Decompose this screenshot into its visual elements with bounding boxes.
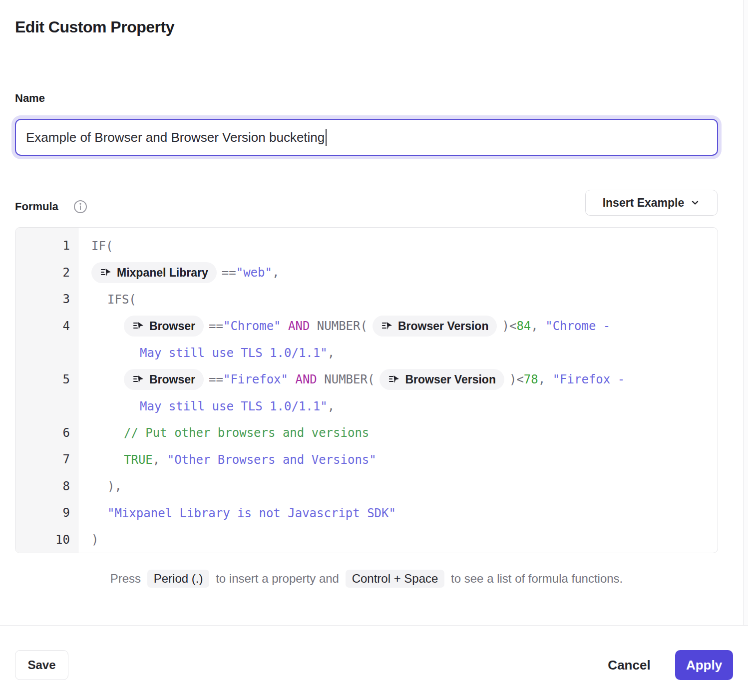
code-line: TRUE, "Other Browsers and Versions" bbox=[78, 446, 718, 473]
line-number bbox=[15, 393, 78, 420]
page-title: Edit Custom Property bbox=[15, 18, 174, 36]
line-number-gutter: 1 2 3 4 5 6 7 8 9 10 bbox=[15, 228, 78, 553]
property-chip[interactable]: Browser bbox=[124, 316, 204, 337]
property-chip-label: Browser Version bbox=[405, 373, 496, 386]
code-area[interactable]: IF( Mixpanel Library =="web", IFS( bbox=[78, 228, 718, 553]
event-property-icon bbox=[100, 267, 112, 279]
line-number: 9 bbox=[15, 500, 78, 527]
apply-button[interactable]: Apply bbox=[675, 650, 733, 680]
event-property-icon bbox=[381, 320, 393, 332]
kbd-period-chip: Period (.) bbox=[147, 570, 210, 588]
insert-example-button[interactable]: Insert Example bbox=[585, 190, 718, 216]
save-button[interactable]: Save bbox=[15, 650, 68, 680]
scrollbar-track[interactable] bbox=[743, 0, 748, 625]
hint-text: to insert a property and bbox=[216, 572, 339, 585]
property-chip-label: Browser Version bbox=[398, 320, 489, 333]
property-chip[interactable]: Browser bbox=[124, 369, 204, 390]
line-number: 7 bbox=[15, 446, 78, 473]
code-line: // Put other browsers and versions bbox=[78, 420, 718, 447]
line-number: 2 bbox=[15, 260, 78, 287]
code-line: ) bbox=[78, 527, 718, 554]
line-number: 4 bbox=[15, 313, 78, 340]
text-caret bbox=[326, 129, 327, 146]
code-line: Browser =="Firefox" AND NUMBER( Browser … bbox=[78, 366, 718, 393]
formula-section-label: Formula bbox=[15, 200, 58, 213]
kbd-control-space-chip: Control + Space bbox=[346, 570, 445, 588]
event-property-icon bbox=[132, 320, 144, 332]
line-number bbox=[15, 340, 78, 366]
cancel-button[interactable]: Cancel bbox=[599, 650, 659, 680]
line-number: 5 bbox=[15, 366, 78, 393]
editor-hint: Press Period (.) to insert a property an… bbox=[15, 570, 718, 588]
info-icon[interactable] bbox=[73, 199, 88, 214]
property-chip-label: Browser bbox=[149, 373, 195, 386]
insert-example-label: Insert Example bbox=[603, 196, 685, 210]
code-line: IF( bbox=[78, 233, 718, 260]
property-chip[interactable]: Browser Version bbox=[373, 316, 497, 337]
event-property-icon bbox=[132, 373, 144, 385]
property-chip-label: Browser bbox=[149, 320, 195, 333]
code-line: ), bbox=[78, 473, 718, 500]
code-line: Mixpanel Library =="web", bbox=[78, 260, 718, 287]
name-field-label: Name bbox=[15, 92, 45, 105]
line-number: 8 bbox=[15, 473, 78, 500]
name-input-value: Example of Browser and Browser Version b… bbox=[26, 130, 325, 145]
formula-code-editor[interactable]: 1 2 3 4 5 6 7 8 9 10 IF( Mixpanel Librar… bbox=[15, 227, 718, 553]
code-line-wrap: May still use TLS 1.0/1.1", bbox=[78, 393, 718, 420]
property-chip[interactable]: Browser Version bbox=[379, 369, 504, 390]
code-line: IFS( bbox=[78, 286, 718, 313]
hint-text: Press bbox=[110, 572, 141, 585]
property-chip-label: Mixpanel Library bbox=[117, 266, 208, 280]
line-number: 3 bbox=[15, 286, 78, 313]
code-line: Browser =="Chrome" AND NUMBER( Browser V… bbox=[78, 313, 718, 340]
event-property-icon bbox=[388, 373, 400, 385]
hint-text: to see a list of formula functions. bbox=[451, 572, 623, 585]
line-number: 1 bbox=[15, 233, 78, 260]
footer-divider bbox=[0, 625, 748, 626]
code-line: "Mixpanel Library is not Javascript SDK" bbox=[78, 500, 718, 527]
line-number: 10 bbox=[15, 527, 78, 554]
property-chip[interactable]: Mixpanel Library bbox=[91, 262, 217, 283]
code-line-wrap: May still use TLS 1.0/1.1", bbox=[78, 340, 718, 366]
line-number: 6 bbox=[15, 420, 78, 447]
chevron-down-icon bbox=[690, 198, 700, 208]
name-input[interactable]: Example of Browser and Browser Version b… bbox=[15, 119, 718, 156]
